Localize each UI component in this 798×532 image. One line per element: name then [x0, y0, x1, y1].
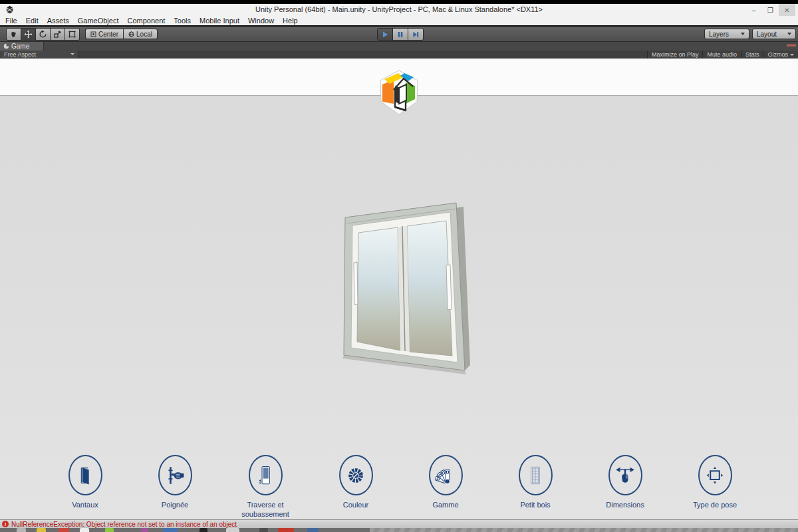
menu-item-edit[interactable]: Edit	[26, 17, 39, 25]
option-label: Gamme	[408, 500, 483, 509]
window-3d-model	[336, 196, 475, 382]
color-wheel-icon	[339, 455, 373, 495]
swatch-fan-icon	[429, 455, 463, 495]
option-label: Traverse et soubassement	[228, 500, 303, 519]
space-label: Local	[136, 31, 152, 38]
titlebar: Unity Personal (64bit) - Main.unity - Un…	[0, 4, 798, 16]
taskbar-app-icon[interactable]	[59, 528, 69, 532]
option-traverse[interactable]: Traverse et soubassement	[222, 455, 309, 519]
menu-item-tools[interactable]: Tools	[174, 17, 191, 25]
gizmos-label: Gizmos	[767, 51, 788, 58]
hand-tool-button[interactable]	[7, 29, 21, 40]
handle-grip-icon	[158, 455, 192, 495]
move-tool-button[interactable]	[21, 29, 36, 40]
play-icon	[381, 31, 389, 39]
house-cube-logo-icon	[376, 69, 422, 116]
maximize-label: Maximize on Play	[652, 51, 699, 58]
menu-item-file[interactable]: File	[5, 17, 17, 25]
scale-tool-button[interactable]	[51, 29, 65, 40]
option-label: Dimensions	[588, 500, 662, 509]
pause-button[interactable]	[393, 29, 408, 40]
menu-item-mobile-input[interactable]: Mobile Input	[200, 17, 239, 25]
taskbar-app-icon[interactable]	[200, 528, 207, 532]
mute-audio-button[interactable]: Mute audio	[702, 51, 741, 59]
stats-label: Stats	[745, 51, 759, 58]
measure-hand-icon	[608, 455, 642, 495]
chevron-down-icon	[70, 53, 74, 55]
game-viewport: Vantaux Poignée	[0, 59, 798, 519]
rect-tool-button[interactable]	[65, 29, 79, 40]
play-controls	[377, 28, 424, 41]
layout-dropdown[interactable]: Layout	[752, 29, 796, 39]
scale-icon	[53, 30, 62, 39]
window-handle-left	[354, 262, 358, 305]
taskbar-hatch	[370, 528, 798, 532]
menu-item-assets[interactable]: Assets	[47, 17, 69, 25]
rotate-icon	[39, 30, 47, 39]
pane-options-icon[interactable]	[787, 43, 796, 49]
pause-icon	[396, 31, 404, 39]
menu-item-gameobject[interactable]: GameObject	[78, 17, 119, 25]
menu-item-help[interactable]: Help	[283, 17, 298, 25]
taskbar-app-icon[interactable]	[80, 528, 89, 532]
rect-icon	[68, 30, 76, 39]
taskbar-app-icon[interactable]	[259, 528, 268, 532]
taskbar-app-icon[interactable]	[37, 528, 46, 532]
option-vantaux[interactable]: Vantaux	[42, 455, 128, 509]
game-view-buttons: Maximize on Play Mute audio Stats Gizmos	[647, 51, 798, 59]
window-controls: – ❐ ✕	[745, 4, 795, 16]
maximize-on-play-button[interactable]: Maximize on Play	[647, 51, 703, 59]
option-label: Vantaux	[48, 500, 122, 509]
taskbar-app-icon[interactable]	[105, 528, 114, 532]
option-type-de-pose[interactable]: Type de pose	[672, 455, 758, 509]
minimize-button[interactable]: –	[745, 4, 762, 16]
option-petit-bois[interactable]: Petit bois	[492, 455, 579, 509]
taskbar-app-icon[interactable]	[307, 528, 319, 532]
pivot-label: Center	[98, 31, 118, 38]
play-button[interactable]	[378, 29, 393, 40]
window-title: Unity Personal (64bit) - Main.unity - Un…	[0, 5, 798, 13]
option-poignee[interactable]: Poignée	[132, 455, 218, 509]
game-tab-label: Game	[11, 43, 29, 50]
pivot-center-button[interactable]: Center	[85, 29, 123, 39]
space-local-button[interactable]: Local	[123, 29, 158, 39]
chevron-down-icon	[741, 33, 745, 35]
chevron-down-icon	[787, 33, 791, 35]
menu-bar: File Edit Assets GameObject Component To…	[0, 16, 798, 27]
option-gamme[interactable]: Gamme	[402, 455, 489, 509]
menu-item-component[interactable]: Component	[127, 17, 165, 25]
option-dimensions[interactable]: Dimensions	[582, 455, 668, 509]
muntin-grid-icon	[519, 455, 553, 495]
rotate-tool-button[interactable]	[36, 29, 51, 40]
aspect-dropdown[interactable]: Free Aspect	[1, 51, 78, 58]
option-label: Poignée	[138, 500, 212, 509]
option-couleur[interactable]: Couleur	[313, 455, 399, 509]
option-label: Couleur	[319, 500, 393, 509]
layers-label: Layers	[709, 31, 729, 38]
taskbar-app-icon[interactable]	[163, 528, 178, 532]
pivot-space-group: Center Local	[85, 29, 158, 39]
taskbar-app-icon[interactable]	[17, 528, 26, 532]
mute-label: Mute audio	[707, 51, 737, 58]
error-message: NullReferenceException: Object reference…	[11, 521, 237, 528]
step-button[interactable]	[408, 29, 423, 40]
game-tab-row: Game	[0, 42, 798, 51]
taskbar-app-icon[interactable]	[278, 528, 294, 532]
layers-dropdown[interactable]: Layers	[704, 29, 749, 39]
close-button[interactable]: ✕	[779, 4, 795, 16]
restore-button[interactable]: ❐	[762, 4, 779, 16]
tab-game[interactable]: Game	[0, 42, 44, 51]
stats-button[interactable]: Stats	[741, 51, 763, 59]
transform-tools	[6, 28, 80, 41]
main-toolbar: Center Local	[0, 27, 798, 42]
console-status-bar[interactable]: ! NullReferenceException: Object referen…	[0, 519, 798, 528]
taskbar-app-icon[interactable]	[141, 528, 148, 532]
menu-item-window[interactable]: Window	[248, 17, 274, 25]
step-icon	[412, 31, 420, 39]
layout-label: Layout	[757, 31, 777, 38]
taskbar-app-icon[interactable]	[226, 528, 239, 532]
install-arrows-icon	[698, 455, 732, 495]
transom-panel-icon	[249, 455, 283, 495]
gizmos-dropdown[interactable]: Gizmos	[763, 51, 798, 59]
option-label: Petit bois	[498, 500, 573, 509]
